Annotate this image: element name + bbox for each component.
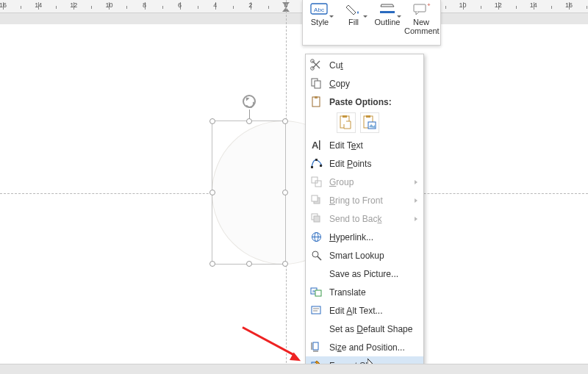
- resize-handle-tl[interactable]: [209, 118, 215, 124]
- menu-item-copy[interactable]: Copy: [306, 74, 423, 93]
- svg-rect-18: [311, 166, 313, 168]
- paste-keep-source-button[interactable]: [337, 112, 356, 133]
- mini-toolbar: Abc Style Fill Outline + NewComment: [302, 0, 441, 46]
- alt-text-icon: [310, 304, 323, 317]
- paste-options-label: Paste Options:: [329, 97, 392, 107]
- clipboard-icon: [310, 96, 323, 108]
- smart-lookup-label: Smart Lookup: [329, 251, 384, 261]
- rotate-handle[interactable]: [243, 95, 256, 108]
- svg-text:+: +: [427, 3, 431, 8]
- menu-item-edit-text[interactable]: A Edit Text: [306, 136, 423, 154]
- svg-rect-19: [315, 159, 318, 161]
- new-comment-icon: +: [412, 3, 431, 16]
- size-position-label: Size and Position...: [329, 342, 405, 353]
- hyperlink-icon: [310, 231, 323, 243]
- translate-icon: a: [310, 286, 323, 298]
- paste-picture-button[interactable]: [360, 112, 379, 133]
- svg-rect-33: [315, 290, 321, 296]
- svg-rect-8: [315, 81, 320, 88]
- page-edge-top: [0, 13, 588, 24]
- context-menu: Cut Copy Paste Options: A Edit Text Edit…: [305, 54, 424, 374]
- bring-to-front-label: Bring to Front: [329, 195, 383, 206]
- menu-item-size-position[interactable]: Size and Position...: [306, 338, 423, 356]
- hyperlink-label: Hyperlink...: [329, 232, 373, 242]
- edit-points-icon: [310, 157, 323, 170]
- svg-rect-14: [366, 115, 370, 118]
- svg-point-30: [312, 251, 318, 257]
- svg-text:A: A: [312, 140, 319, 151]
- svg-rect-38: [313, 342, 318, 350]
- resize-handle-mb[interactable]: [246, 261, 252, 267]
- menu-item-edit-alt-text[interactable]: Edit Alt Text...: [306, 301, 423, 320]
- svg-rect-35: [312, 306, 320, 314]
- svg-text:Abc: Abc: [314, 7, 324, 13]
- paste-options-row: [306, 111, 423, 136]
- svg-rect-17: [319, 140, 320, 150]
- menu-item-edit-points[interactable]: Edit Points: [306, 154, 423, 173]
- outline-label: Outline: [370, 18, 404, 26]
- page-edge-bottom: [0, 364, 588, 374]
- group-label: Group: [329, 177, 354, 187]
- menu-item-group: Group: [306, 173, 423, 191]
- svg-rect-2: [380, 11, 395, 13]
- edit-alt-text-label: Edit Alt Text...: [329, 306, 383, 316]
- menu-item-hyperlink[interactable]: Hyperlink...: [306, 228, 423, 246]
- svg-rect-21: [312, 177, 318, 183]
- fill-button[interactable]: Fill: [337, 3, 370, 26]
- style-label: Style: [303, 18, 337, 26]
- paste-options-header: Paste Options:: [306, 93, 423, 111]
- scissors-icon: [310, 59, 323, 71]
- selection-bounding-box: [212, 121, 286, 265]
- copy-icon: [310, 77, 323, 90]
- group-icon: [310, 176, 323, 188]
- svg-rect-10: [315, 96, 318, 98]
- fill-label: Fill: [337, 18, 370, 26]
- shape-style-icon: Abc: [310, 3, 329, 16]
- resize-handle-bl[interactable]: [209, 261, 215, 267]
- set-default-shape-label: Set as Default Shape: [329, 324, 412, 334]
- svg-rect-26: [314, 216, 320, 222]
- resize-handle-mt[interactable]: [246, 118, 252, 124]
- edit-points-label: Edit Points: [329, 159, 371, 169]
- new-comment-button[interactable]: + NewComment: [404, 3, 438, 35]
- edit-text-label: Edit Text: [329, 140, 363, 151]
- send-back-icon: [310, 212, 323, 225]
- size-position-icon: [310, 341, 323, 353]
- smart-lookup-icon: [310, 249, 323, 262]
- ruler-horizontal: 1614121086420246810121416: [0, 0, 588, 13]
- svg-line-31: [318, 256, 321, 260]
- menu-item-cut[interactable]: Cut: [306, 56, 423, 74]
- menu-item-translate[interactable]: a Translate: [306, 283, 423, 301]
- menu-item-smart-lookup[interactable]: Smart Lookup: [306, 246, 423, 265]
- menu-item-set-default-shape[interactable]: Set as Default Shape: [306, 320, 423, 338]
- resize-handle-ml[interactable]: [209, 190, 215, 195]
- svg-rect-3: [414, 4, 426, 12]
- svg-rect-20: [320, 165, 322, 167]
- svg-rect-12: [343, 115, 347, 118]
- style-button[interactable]: Abc Style: [303, 3, 337, 26]
- copy-label: Copy: [329, 79, 350, 89]
- bring-front-icon: [310, 194, 323, 206]
- outline-button[interactable]: Outline: [370, 3, 404, 26]
- resize-handle-mr[interactable]: [282, 190, 288, 195]
- send-to-back-label: Send to Back: [329, 214, 381, 224]
- svg-rect-24: [312, 195, 318, 201]
- svg-rect-22: [315, 181, 321, 187]
- menu-item-send-to-back: Send to Back: [306, 209, 423, 228]
- translate-label: Translate: [329, 287, 366, 298]
- outline-pen-icon: [378, 3, 397, 16]
- resize-handle-tr[interactable]: [282, 118, 288, 124]
- resize-handle-br[interactable]: [282, 261, 288, 267]
- cut-label: Cut: [329, 60, 343, 71]
- edit-text-icon: A: [310, 139, 323, 151]
- save-as-picture-label: Save as Picture...: [329, 269, 398, 279]
- fill-bucket-icon: [344, 3, 363, 16]
- menu-item-save-as-picture[interactable]: Save as Picture...: [306, 265, 423, 283]
- menu-item-bring-to-front: Bring to Front: [306, 191, 423, 209]
- new-comment-label: NewComment: [404, 18, 438, 35]
